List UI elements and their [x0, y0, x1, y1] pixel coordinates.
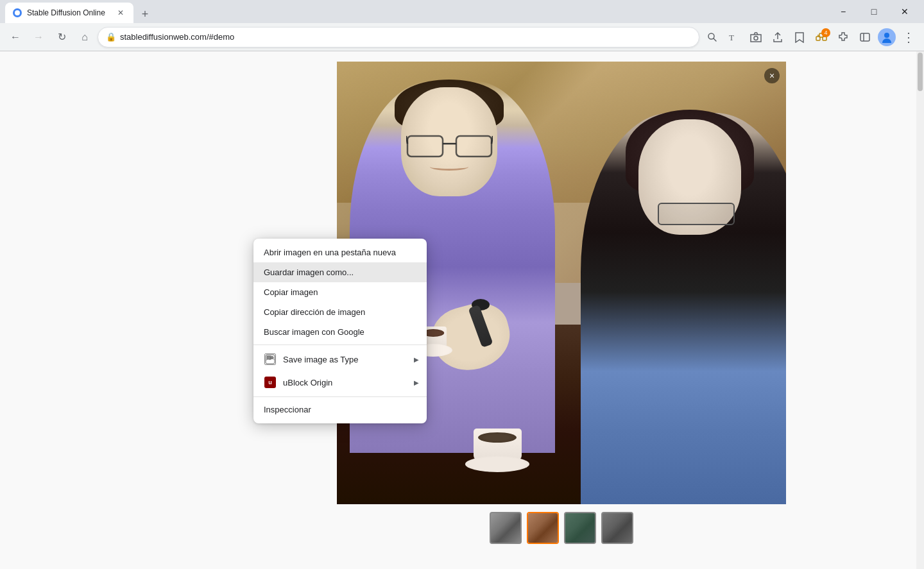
minimize-button[interactable]: −: [829, 1, 857, 22]
save-type-label: Save image as Type: [283, 355, 359, 364]
search-google-label: Buscar imagen con Google: [264, 327, 364, 337]
open-new-tab-label: Abrir imagen en una pestaña nueva: [264, 248, 396, 257]
thumbnail-strip: [337, 512, 786, 544]
svg-rect-12: [407, 136, 443, 157]
bookmark-button[interactable]: [789, 27, 810, 47]
back-button[interactable]: ←: [5, 27, 26, 47]
new-tab-button[interactable]: +: [136, 5, 154, 23]
glasses-left: [406, 131, 493, 159]
share-button[interactable]: [767, 27, 788, 47]
context-menu-save-type[interactable]: Save image as Type: [253, 348, 427, 371]
more-menu-button[interactable]: ⋮: [898, 27, 919, 47]
reload-button[interactable]: ↻: [51, 27, 72, 47]
svg-point-11: [884, 33, 889, 38]
camera-button[interactable]: [746, 27, 766, 47]
scrollbar[interactable]: [916, 51, 924, 569]
smile: [430, 163, 468, 171]
maximize-button[interactable]: □: [860, 1, 888, 22]
context-menu-copy-url[interactable]: Copiar dirección de imagen: [253, 302, 427, 322]
left-sidebar: [0, 51, 199, 569]
thumbnail-1[interactable]: [490, 512, 522, 544]
home-button[interactable]: ⌂: [74, 27, 95, 47]
page-content: ×: [0, 51, 924, 569]
copy-image-label: Copiar imagen: [264, 287, 318, 297]
window-controls: − □ ✕: [829, 1, 919, 22]
translate-button[interactable]: T: [724, 27, 744, 47]
nav-actions: T 4: [702, 27, 919, 47]
thumb-img-4: [603, 513, 632, 543]
svg-line-1: [714, 38, 716, 41]
coffee-cup-2: [465, 418, 529, 472]
thumbnail-4[interactable]: [601, 512, 633, 544]
context-menu-ublock[interactable]: u uBlock Origin: [253, 371, 427, 394]
thumbnail-3[interactable]: [564, 512, 596, 544]
svg-rect-9: [860, 33, 869, 41]
context-menu-search-google[interactable]: Buscar imagen con Google: [253, 322, 427, 342]
inspect-label: Inspeccionar: [264, 405, 311, 414]
extension-badge: 4: [821, 28, 830, 37]
tab-label: Stable Diffusion Online: [27, 8, 110, 17]
svg-point-3: [754, 36, 758, 40]
context-menu-save-image[interactable]: Guardar imagen como...: [253, 262, 427, 282]
title-bar: Stable Diffusion Online ✕ + − □ ✕: [0, 0, 924, 23]
close-button[interactable]: ✕: [891, 1, 919, 22]
save-image-label: Guardar imagen como...: [264, 268, 354, 277]
glasses-right: [658, 203, 735, 225]
extensions-button[interactable]: 4: [811, 27, 832, 47]
save-type-icon-graphic: [264, 353, 276, 365]
active-tab[interactable]: Stable Diffusion Online ✕: [5, 3, 133, 23]
navigation-bar: ← → ↻ ⌂ 🔒 stablediffusionweb.com/#demo T: [0, 23, 924, 51]
svg-line-15: [406, 136, 407, 144]
saucer-2: [465, 456, 529, 472]
context-menu-inspect[interactable]: Inspeccionar: [253, 400, 427, 420]
context-menu: Abrir imagen en una pestaña nueva Guarda…: [253, 239, 427, 423]
thumb-img-2: [528, 513, 558, 543]
tab-strip: Stable Diffusion Online ✕ +: [5, 0, 826, 23]
thumb-img-1: [491, 513, 520, 543]
sidebar-toggle-button[interactable]: [855, 27, 875, 47]
svg-text:T: T: [729, 33, 734, 42]
chrome-window: Stable Diffusion Online ✕ + − □ ✕ ← → ↻ …: [0, 0, 924, 569]
extension-wrapper: 4: [811, 27, 832, 47]
url-text: stablediffusionweb.com/#demo: [120, 32, 691, 42]
ublock-icon-graphic: u: [264, 377, 276, 388]
copy-url-label: Copiar dirección de imagen: [264, 307, 365, 317]
svg-rect-13: [456, 136, 492, 157]
image-close-button[interactable]: ×: [764, 68, 780, 83]
context-menu-separator-2: [253, 396, 427, 397]
ublock-icon: u: [264, 376, 277, 389]
search-button[interactable]: [702, 27, 723, 47]
forward-button: →: [28, 27, 49, 47]
coffee-liquid-2: [478, 432, 517, 443]
svg-line-16: [492, 136, 493, 144]
lock-icon: 🔒: [106, 32, 116, 42]
context-menu-separator-1: [253, 344, 427, 345]
profile-button[interactable]: [877, 27, 897, 47]
profile-avatar: [878, 28, 896, 46]
context-menu-copy-image[interactable]: Copiar imagen: [253, 282, 427, 302]
save-type-icon: [264, 353, 277, 366]
thumb-img-3: [565, 513, 595, 543]
thumbnail-2[interactable]: [527, 512, 559, 544]
context-menu-open-new-tab[interactable]: Abrir imagen en una pestaña nueva: [253, 242, 427, 262]
tab-close-button[interactable]: ✕: [116, 8, 126, 18]
puzzle-icon[interactable]: [833, 27, 853, 47]
scrollbar-thumb[interactable]: [918, 53, 923, 91]
ublock-label: uBlock Origin: [283, 378, 332, 387]
tab-favicon: [13, 8, 22, 17]
address-bar[interactable]: 🔒 stablediffusionweb.com/#demo: [98, 27, 699, 47]
